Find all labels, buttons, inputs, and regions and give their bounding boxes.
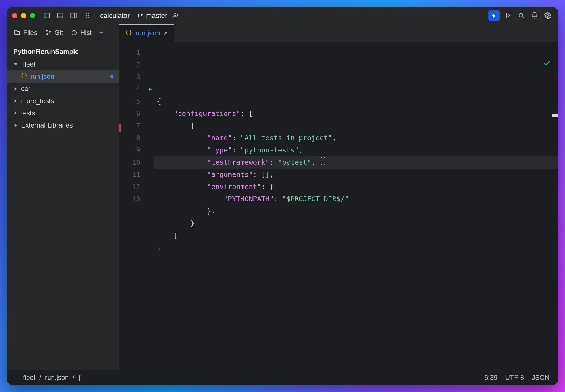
- sidebar-tab-label: Git: [55, 29, 63, 37]
- editor-tab-runjson[interactable]: run.json ✕: [119, 24, 174, 42]
- gutter-cell: [146, 83, 154, 95]
- sidebar-tabs: Files Git Hist: [7, 24, 119, 42]
- file-language[interactable]: JSON: [532, 374, 549, 381]
- plus-icon: [98, 30, 104, 36]
- code-line[interactable]: },: [154, 205, 558, 217]
- maximize-window-button[interactable]: [30, 13, 35, 18]
- sidebar-tab-files[interactable]: Files: [10, 24, 41, 42]
- line-number: 7: [119, 120, 146, 132]
- code-line[interactable]: {: [154, 120, 558, 132]
- code-line[interactable]: "PYTHONPATH": "$PROJECT_DIR$/": [154, 193, 558, 205]
- breadcrumb-separator: /: [39, 374, 41, 381]
- svg-rect-2: [57, 13, 63, 18]
- sidebar-tab-history[interactable]: Hist: [67, 24, 95, 42]
- svg-marker-31: [149, 88, 152, 91]
- line-number: 6: [119, 108, 146, 120]
- file-tree-file[interactable]: run.json: [7, 70, 119, 83]
- panel-bottom-icon[interactable]: [55, 11, 65, 21]
- minimize-window-button[interactable]: [21, 13, 26, 18]
- file-tree: .fleetrun.jsoncarmore_teststestsExternal…: [7, 58, 119, 131]
- svg-line-23: [522, 17, 524, 18]
- apps-grid-icon[interactable]: [82, 11, 92, 21]
- code-line[interactable]: "configurations": [: [154, 108, 558, 120]
- add-tab-button[interactable]: [96, 30, 107, 36]
- file-encoding[interactable]: UTF-8: [505, 374, 524, 381]
- line-number: 1: [119, 47, 146, 59]
- file-tree-folder[interactable]: External Libraries: [7, 119, 119, 131]
- minimap-marker: [552, 114, 558, 117]
- project-name[interactable]: calculator: [100, 12, 130, 20]
- svg-rect-0: [44, 13, 50, 18]
- notifications-button[interactable]: [530, 11, 539, 21]
- tree-item-label: car: [21, 85, 30, 93]
- code-line[interactable]: ]: [154, 230, 558, 242]
- chevron-down-icon[interactable]: [13, 62, 18, 67]
- gutter-cell: [146, 169, 154, 181]
- svg-point-25: [46, 30, 47, 31]
- ai-assistant-button[interactable]: [488, 10, 500, 21]
- file-tree-folder[interactable]: more_tests: [7, 95, 119, 107]
- settings-button[interactable]: [543, 11, 553, 21]
- search-button[interactable]: [516, 11, 526, 21]
- code-line[interactable]: {: [154, 95, 558, 108]
- inspection-ok-icon[interactable]: [501, 47, 551, 83]
- code-line[interactable]: "name": "All tests in project",: [154, 132, 558, 144]
- file-tree-folder[interactable]: car: [7, 83, 119, 95]
- file-tree-folder[interactable]: tests: [7, 107, 119, 119]
- branch-selector[interactable]: master: [137, 12, 167, 20]
- add-user-icon[interactable]: [170, 11, 180, 21]
- code-editor[interactable]: 12345678910111213 { "configurations": [ …: [119, 42, 558, 370]
- svg-marker-21: [507, 13, 510, 17]
- code-line[interactable]: "testFramework": "pytest",: [154, 156, 558, 169]
- svg-point-18: [174, 13, 176, 16]
- branch-icon: [137, 12, 144, 19]
- run-button[interactable]: [503, 11, 513, 21]
- tree-item-label: tests: [21, 109, 35, 117]
- editor-tabs: run.json ✕: [119, 24, 558, 42]
- branch-label: master: [146, 12, 167, 20]
- status-bar: .fleet / run.json / { 6:39 UTF-8 JSON: [7, 370, 558, 385]
- line-number: 5: [119, 95, 146, 108]
- cursor-position[interactable]: 6:39: [484, 374, 497, 381]
- chevron-right-icon[interactable]: [13, 87, 18, 91]
- gutter-cell: [146, 193, 154, 205]
- code-line[interactable]: "type": "python-tests",: [154, 144, 558, 156]
- tree-item-label: more_tests: [21, 97, 54, 105]
- run-gutter-icon[interactable]: [148, 87, 152, 92]
- line-number-gutter: 12345678910111213: [119, 42, 146, 370]
- sidebar-tab-git[interactable]: Git: [41, 24, 67, 42]
- line-number: 4: [119, 83, 146, 95]
- code-line[interactable]: }: [154, 242, 558, 254]
- code-line[interactable]: "environment": {: [154, 181, 558, 193]
- panel-right-icon[interactable]: [68, 11, 78, 21]
- json-file-icon: [125, 29, 132, 38]
- chevron-right-icon[interactable]: [13, 111, 18, 115]
- panel-left-icon[interactable]: [42, 11, 52, 21]
- chevron-right-icon[interactable]: [13, 99, 18, 103]
- svg-point-10: [86, 15, 87, 16]
- bolt-icon: [491, 12, 497, 19]
- chevron-right-icon[interactable]: [13, 123, 18, 128]
- line-number: 9: [119, 144, 146, 156]
- breadcrumb-segment[interactable]: {: [78, 374, 81, 381]
- workspace-body: PythonRerunSample .fleetrun.jsoncarmore_…: [7, 42, 558, 370]
- close-icon[interactable]: ✕: [164, 30, 168, 37]
- text-cursor-icon: [320, 157, 325, 169]
- file-tree-folder[interactable]: .fleet: [7, 58, 119, 70]
- close-window-button[interactable]: [12, 13, 17, 18]
- svg-point-27: [50, 31, 51, 32]
- svg-point-24: [547, 15, 549, 17]
- code-line[interactable]: }: [154, 217, 558, 230]
- breadcrumb-segment[interactable]: .fleet: [21, 374, 35, 381]
- gutter-cell: [146, 108, 154, 120]
- breadcrumb[interactable]: .fleet / run.json / {: [21, 374, 81, 381]
- branch-icon: [45, 29, 52, 36]
- window-controls: [12, 13, 35, 18]
- code-area[interactable]: { "configurations": [ { "name": "All tes…: [154, 42, 558, 370]
- svg-point-22: [519, 13, 523, 17]
- titlebar: calculator master: [7, 7, 558, 24]
- error-marker: [119, 124, 121, 132]
- code-line[interactable]: "arguments": [],: [154, 169, 558, 181]
- project-root[interactable]: PythonRerunSample: [7, 45, 119, 58]
- breadcrumb-segment[interactable]: run.json: [45, 374, 69, 381]
